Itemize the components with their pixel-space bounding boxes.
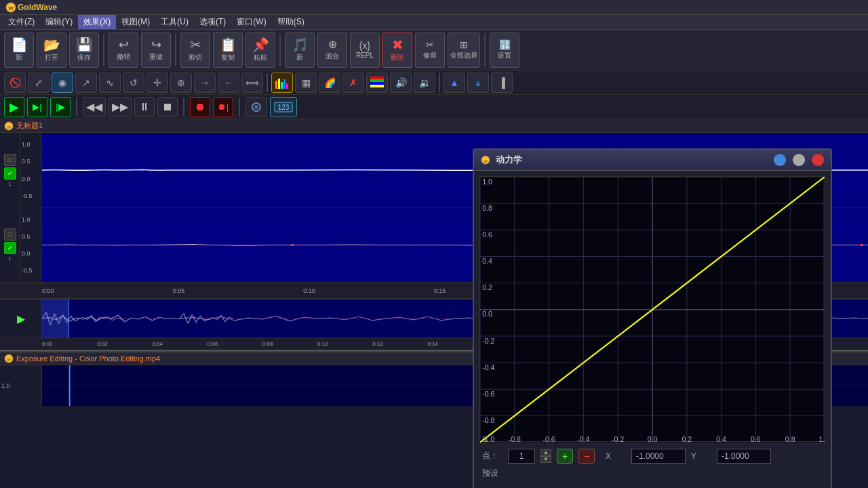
open-button[interactable]: 📂 打开 [37,33,66,68]
volume-button[interactable]: 🔊 [390,73,412,93]
track2-enable[interactable]: ✓ [4,242,16,254]
zoom-button[interactable]: ⊕ [170,73,192,93]
settings-icon: 🔢 [499,40,511,49]
remove-point-button[interactable]: − [578,449,595,464]
point-input[interactable] [508,449,535,464]
track1-mute[interactable]: □ [4,154,16,166]
mute-button[interactable]: 🚫 [4,73,26,93]
dialog-close-button[interactable] [812,154,824,166]
menu-file[interactable]: 文件(Z) [3,15,40,29]
vol-up2-button[interactable]: ▲ [467,73,489,93]
play-sel-button[interactable]: ▶| [27,97,47,117]
wave-button[interactable]: ∿ [99,73,121,93]
undo-button[interactable]: ↩ 撤销 [108,33,138,68]
add-point-button[interactable]: + [557,449,573,464]
svg-text:w: w [7,5,14,12]
bar-button[interactable]: ▦ [295,73,317,93]
rec-button[interactable]: ⏺ [190,97,210,117]
mini-play-icon: ▶ [17,312,25,325]
dialog-min-button[interactable] [774,154,786,166]
svg-point-24 [290,244,294,246]
rainbow-button[interactable] [366,73,388,93]
svg-text:0.2: 0.2 [682,435,692,443]
delete-button[interactable]: ✖ 删除 [382,33,412,68]
dynamics-chart[interactable]: 1.0 0.8 0.6 0.4 0.2 0.0 -0.2 -0.4 -0.6 -… [479,176,825,443]
fwd-button[interactable]: → [194,73,216,93]
select-all-icon: ⊞ [460,40,468,49]
menu-options[interactable]: 选项(T) [194,15,231,29]
new-sound-button[interactable]: 🎵 新 [285,33,315,68]
effect1-button[interactable]: ◉ [52,73,73,93]
dynamics-chart-svg: 1.0 0.8 0.6 0.4 0.2 0.0 -0.2 -0.4 -0.6 -… [480,177,825,443]
repl-button[interactable]: {x} REPL [350,33,380,68]
loop-toggle[interactable] [245,97,267,117]
vol-down-button[interactable]: 🔉 [414,73,435,93]
rec-sel-button[interactable]: ⏺| [213,97,233,117]
repl-icon: {x} [359,41,370,50]
preset-label: 预设 [482,468,498,479]
spectrum-button[interactable] [271,73,293,93]
x-label: X [606,451,626,461]
rew-button[interactable]: ◀◀ [83,97,106,117]
mark-button[interactable]: ✗ [342,73,364,93]
back-button[interactable]: ← [218,73,239,93]
track2-mute[interactable]: □ [4,228,16,241]
settings-button[interactable]: 🔢 设置 [490,33,519,68]
stop-button[interactable]: ⏹ [157,97,178,117]
new-button[interactable]: 📄 新 [4,33,34,68]
point-label: 点： [482,450,502,462]
point-spin-down[interactable]: ▼ [540,456,551,463]
menu-view[interactable]: 视图(M) [116,15,155,29]
svg-text:123: 123 [278,104,290,111]
trim-icon: ✂ [426,40,434,49]
save-button[interactable]: 💾 保存 [69,33,99,68]
loop-button[interactable]: ↺ [123,73,144,93]
scroll-right-button[interactable]: ▐ [491,73,513,93]
dialog-controls: 点： ▲ ▼ + − X Y 预设 [479,449,825,488]
pause-button[interactable]: ⏸ [134,97,155,117]
svg-text:0.8: 0.8 [482,204,492,212]
mix-button[interactable]: ⊕ 混合 [317,33,347,68]
track1-labels: 1.0 0.5 0.0 -0.5 [20,133,42,207]
new-icon: 📄 [11,38,28,52]
paste-button[interactable]: 📌 粘贴 [245,33,275,68]
track1-num: 1 [8,181,11,187]
svg-rect-2 [275,81,277,89]
center-button[interactable]: ✛ [146,73,168,93]
menu-tools[interactable]: 工具(U) [155,15,194,29]
effect2-button[interactable]: ↗ [75,73,97,93]
menu-help[interactable]: 帮助(S) [272,15,310,29]
track2-labels: 1.0 0.5 0.0 -0.5 [20,208,42,282]
svg-text:-0.6: -0.6 [542,435,555,443]
stretch-button[interactable]: ⟺ [241,73,263,93]
cut-button[interactable]: ✂ 剪切 [180,33,210,68]
play-end-button[interactable]: |▶ [50,97,71,117]
mini-controls: ▶ [0,300,42,338]
svg-text:-0.6: -0.6 [482,390,494,398]
cue-button[interactable]: 123 [270,97,297,117]
play-button[interactable]: ▶ [4,97,24,117]
track2-num: 1 [8,256,11,262]
svg-text:1.0: 1.0 [482,178,492,186]
dialog-restore-button[interactable] [793,154,805,166]
redo-button[interactable]: ↪ 重做 [141,33,171,68]
y-input[interactable] [717,449,771,464]
trim-button[interactable]: ✂ 修剪 [415,33,445,68]
title-bar: w GoldWave [0,0,868,15]
main-toolbar: 📄 新 📂 打开 💾 保存 ↩ 撤销 ↪ 重做 ✂ 剪切 📋 复制 📌 粘贴 🎵… [0,30,868,70]
copy-button[interactable]: 📋 复制 [213,33,243,68]
point-spin-up[interactable]: ▲ [540,449,551,456]
effects-toolbar: 🚫 ⤢ ◉ ↗ ∿ ↺ ✛ ⊕ → ← ⟺ ▦ 🌈 ✗ 🔊 🔉 ▲ ▲ ▐ [0,70,868,95]
expand-button[interactable]: ⤢ [28,73,50,93]
color-button[interactable]: 🌈 [319,73,340,93]
select-all-button[interactable]: ⊞ 全部选择 [448,33,480,68]
menu-effects[interactable]: 效果(X) [78,15,116,29]
fwd-button[interactable]: ▶▶ [108,97,132,117]
vol-up-button[interactable]: ▲ [443,73,465,93]
svg-rect-9 [370,82,384,85]
x-input[interactable] [631,449,686,464]
svg-rect-6 [286,83,288,89]
menu-edit[interactable]: 编辑(Y) [40,15,78,29]
track1-enable[interactable]: ✓ [4,167,16,180]
menu-window[interactable]: 窗口(W) [231,15,271,29]
